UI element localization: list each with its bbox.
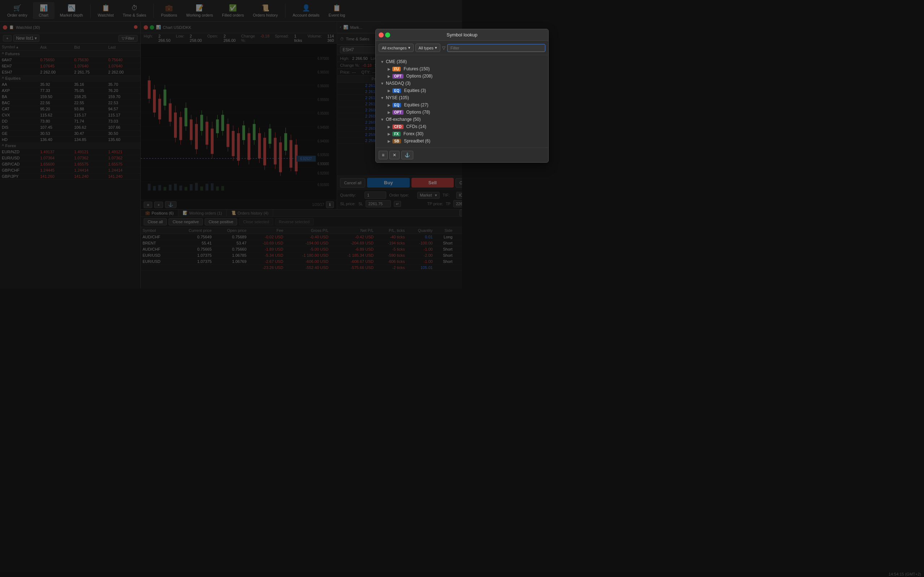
nasdaq-label: NASDAQ (3) <box>386 81 411 86</box>
offex-arrow: ▼ <box>380 118 384 121</box>
tree-nasdaq-equities[interactable]: ▶ EQ Equities (3) <box>386 87 462 94</box>
tree-cme-options-item[interactable]: ▶ OPT Options (208) <box>386 73 462 80</box>
nyse-arrow: ▼ <box>380 96 384 100</box>
tree-nasdaq[interactable]: ▼ NASDAQ (3) <box>379 80 462 87</box>
modal-list-btn[interactable]: ≡ <box>379 151 388 160</box>
nasdaq-eq-badge: EQ <box>393 89 401 93</box>
tree-nyse-options[interactable]: ▶ OPT Options (78) <box>386 108 462 116</box>
tree-nasdaq-children: ▶ EQ Equities (3) <box>379 87 462 94</box>
tree-forex[interactable]: ▶ FX Forex (30) <box>386 130 462 137</box>
modal-close-btn[interactable] <box>379 32 384 37</box>
nyse-opt-arrow: ▶ <box>388 110 391 114</box>
filter-icon-modal: ▽ <box>442 45 446 50</box>
offex-label: Off-exchange (50) <box>386 117 421 122</box>
nasdaq-arrow: ▼ <box>380 82 384 85</box>
cme-label: CME (358) <box>386 59 407 64</box>
cfd-label: CFDs (14) <box>406 124 426 129</box>
modal-footer: ≡ ✕ ⚓ <box>376 148 462 162</box>
sb-label: Spreadbet (6) <box>404 139 430 143</box>
sb-badge: SB <box>393 139 401 143</box>
nyse-opt-label: Options (78) <box>406 110 430 115</box>
cme-futures-arrow: ▶ <box>388 67 391 71</box>
modal-cross-btn[interactable]: ✕ <box>389 151 399 160</box>
type-dropdown[interactable]: All types ▾ <box>415 44 441 52</box>
nyse-eq-label: Equities (27) <box>404 102 428 108</box>
tree-cme-futures: ▶ FU Futures (150) ▶ OPT Options (208) <box>379 65 462 80</box>
nyse-opt-badge: OPT <box>393 110 404 115</box>
nasdaq-eq-label: Equities (3) <box>404 88 426 93</box>
fx-label: Forex (30) <box>404 131 423 136</box>
tree-cme[interactable]: ▼ CME (358) <box>379 58 462 65</box>
nasdaq-eq-arrow: ▶ <box>388 89 391 93</box>
modal-controls: All exchanges ▾ All types ▾ ▽ <box>376 41 462 55</box>
cfd-badge: CFD <box>393 124 404 129</box>
nyse-eq-arrow: ▶ <box>388 103 391 107</box>
exchange-dropdown-label: All exchanges <box>382 46 407 50</box>
cme-fu-badge: FU <box>393 67 401 71</box>
modal-overlay[interactable]: Symbol lookup All exchanges ▾ All types … <box>0 0 462 288</box>
cme-opt-badge: OPT <box>393 74 404 79</box>
tree-nyse-equities[interactable]: ▶ EQ Equities (27) <box>386 102 462 108</box>
type-dropdown-label: All types <box>419 46 434 50</box>
modal-title: Symbol lookup <box>446 32 462 37</box>
tree-offex-children: ▶ CFD CFDs (14) ▶ FX Forex (30) ▶ SB Spr… <box>379 123 462 145</box>
symbol-lookup-modal: Symbol lookup All exchanges ▾ All types … <box>375 29 462 163</box>
cme-arrow: ▼ <box>380 60 384 64</box>
fx-badge: FX <box>393 132 401 136</box>
cme-options-arrow: ▶ <box>388 74 391 78</box>
tree-spreadbet[interactable]: ▶ SB Spreadbet (6) <box>386 137 462 145</box>
cme-options-label: Options (208) <box>406 74 433 79</box>
exchange-dropdown-arrow: ▾ <box>408 45 410 50</box>
cfd-arrow: ▶ <box>388 125 391 129</box>
modal-tree: ▼ CME (358) ▶ FU Futures (150) ▶ OPT Opt… <box>376 55 462 148</box>
tree-cme-futures-item[interactable]: ▶ FU Futures (150) <box>386 65 462 73</box>
tree-cfds[interactable]: ▶ CFD CFDs (14) <box>386 123 462 130</box>
modal-header: Symbol lookup <box>376 29 462 41</box>
nyse-label: NYSE (105) <box>386 95 409 100</box>
sb-arrow: ▶ <box>388 139 391 143</box>
symbol-filter-input[interactable] <box>447 44 462 52</box>
tree-nyse[interactable]: ▼ NYSE (105) <box>379 94 462 102</box>
modal-anchor-btn[interactable]: ⚓ <box>401 151 413 160</box>
exchange-dropdown[interactable]: All exchanges ▾ <box>379 44 414 52</box>
type-dropdown-arrow: ▾ <box>435 45 437 50</box>
tree-offex[interactable]: ▼ Off-exchange (50) <box>379 116 462 123</box>
fx-arrow: ▶ <box>388 132 391 136</box>
tree-nyse-children: ▶ EQ Equities (27) ▶ OPT Options (78) <box>379 102 462 116</box>
nyse-eq-badge: EQ <box>393 103 401 108</box>
modal-expand-btn[interactable] <box>385 32 390 37</box>
cme-futures-label: Futures (150) <box>404 66 430 71</box>
